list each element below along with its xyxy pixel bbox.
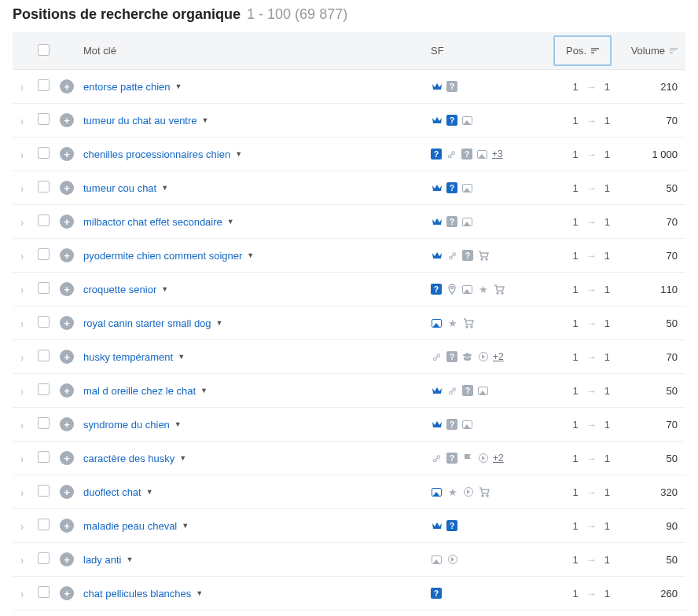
table-row: ›+duoflect chat▼★1→1320 [13,475,685,509]
header-keyword[interactable]: Mot clé [79,32,426,70]
expand-toggle[interactable]: › [20,284,24,296]
add-keyword-button[interactable]: + [60,485,74,499]
header-pos[interactable]: Pos. [528,32,615,70]
keyword-link[interactable]: croquette senior [83,284,156,295]
keyword-menu-caret[interactable]: ▼ [216,319,223,327]
keyword-menu-caret[interactable]: ▼ [235,150,242,158]
keyword-link[interactable]: tumeur cou chat [83,182,156,194]
position-cell: 1→1 [533,351,610,363]
keyword-menu-caret[interactable]: ▼ [126,556,133,563]
add-keyword-button[interactable]: + [60,282,74,296]
add-keyword-button[interactable]: + [60,586,74,600]
select-all-checkbox[interactable] [38,44,50,56]
question-icon: ? [462,385,473,396]
expand-toggle[interactable]: › [20,588,24,600]
add-keyword-button[interactable]: + [60,248,74,262]
arrow-right-icon: → [586,520,597,532]
row-checkbox[interactable] [38,519,50,530]
keyword-menu-caret[interactable]: ▼ [161,184,168,192]
add-keyword-button[interactable]: + [60,417,74,431]
add-keyword-button[interactable]: + [60,214,74,229]
add-keyword-button[interactable]: + [60,79,74,94]
expand-toggle[interactable]: › [20,385,24,398]
add-keyword-button[interactable]: + [60,552,74,566]
keyword-menu-caret[interactable]: ▼ [182,522,189,530]
keyword-link[interactable]: mal d oreille chez le chat [83,385,196,397]
add-keyword-button[interactable]: + [60,350,74,364]
keyword-menu-caret[interactable]: ▼ [200,387,208,394]
header-volume[interactable]: Volume [615,32,685,70]
row-checkbox[interactable] [38,181,50,192]
volume-cell: 1 000 [615,138,685,171]
keyword-link[interactable]: maladie peau cheval [83,520,177,532]
row-checkbox[interactable] [38,485,50,497]
keyword-link[interactable]: caractère des husky [83,453,174,464]
expand-toggle[interactable]: › [20,520,24,533]
keyword-link[interactable]: lady anti [83,554,121,566]
add-keyword-button[interactable]: + [60,147,74,161]
add-keyword-button[interactable]: + [60,181,74,195]
sf-more-link[interactable]: +2 [493,453,504,464]
add-keyword-button[interactable]: + [60,113,74,127]
keyword-menu-caret[interactable]: ▼ [247,251,254,259]
row-checkbox[interactable] [38,417,50,429]
keyword-link[interactable]: entorse patte chien [83,81,171,93]
add-keyword-button[interactable]: + [60,451,74,465]
expand-toggle[interactable]: › [20,216,24,229]
keyword-link[interactable]: husky tempérament [83,351,173,363]
add-keyword-button[interactable]: + [60,316,74,330]
expand-toggle[interactable]: › [20,81,24,94]
keyword-link[interactable]: milbactor chat effet secondaire [83,216,222,228]
add-keyword-button[interactable]: + [60,519,74,533]
crown-icon [431,250,443,262]
keyword-menu-caret[interactable]: ▼ [196,589,203,597]
row-checkbox[interactable] [38,147,50,159]
keyword-link[interactable]: royal canin starter small dog [83,317,211,329]
row-checkbox[interactable] [38,350,50,361]
keyword-menu-caret[interactable]: ▼ [227,218,234,226]
keyword-menu-caret[interactable]: ▼ [202,116,209,124]
crown-icon [431,385,443,397]
keyword-link[interactable]: tumeur du chat au ventre [83,115,197,126]
add-keyword-button[interactable]: + [60,383,74,398]
keyword-link[interactable]: pyodermite chien comment soigner [83,250,242,262]
keyword-menu-caret[interactable]: ▼ [146,488,153,496]
serp-features-cell: ? [426,577,528,610]
position-cell: 1→1 [533,419,610,431]
expand-toggle[interactable]: › [20,115,24,127]
keyword-link[interactable]: duoflect chat [83,486,141,498]
expand-toggle[interactable]: › [20,486,24,499]
expand-toggle[interactable]: › [20,250,24,262]
star-icon: ★ [446,486,458,498]
row-checkbox[interactable] [38,316,50,328]
keyword-menu-caret[interactable]: ▼ [161,285,168,293]
expand-toggle[interactable]: › [20,317,24,330]
row-checkbox[interactable] [38,113,50,125]
expand-toggle[interactable]: › [20,148,24,161]
sf-more-link[interactable]: +2 [493,351,504,362]
keyword-menu-caret[interactable]: ▼ [175,82,182,90]
keyword-link[interactable]: chat pellicules blanches [83,588,191,600]
expand-toggle[interactable]: › [20,453,24,465]
keyword-link[interactable]: chenilles processionnaires chien [83,148,230,160]
expand-toggle[interactable]: › [20,351,24,364]
header-sf[interactable]: SF [426,32,528,70]
question-icon: ? [461,148,472,160]
row-checkbox[interactable] [38,214,50,226]
keyword-menu-caret[interactable]: ▼ [174,420,182,428]
row-checkbox[interactable] [38,282,50,294]
row-checkbox[interactable] [38,79,50,91]
expand-toggle[interactable]: › [20,182,24,195]
keyword-menu-caret[interactable]: ▼ [179,454,186,462]
keyword-menu-caret[interactable]: ▼ [178,353,185,361]
row-checkbox[interactable] [38,248,50,260]
sf-more-link[interactable]: +3 [492,148,503,160]
row-checkbox[interactable] [38,552,50,564]
row-checkbox[interactable] [38,383,50,395]
expand-toggle[interactable]: › [20,419,24,431]
row-checkbox[interactable] [38,586,50,598]
svg-point-8 [487,495,488,497]
keyword-link[interactable]: syndrome du chien [83,419,170,431]
row-checkbox[interactable] [38,451,50,463]
expand-toggle[interactable]: › [20,554,24,566]
